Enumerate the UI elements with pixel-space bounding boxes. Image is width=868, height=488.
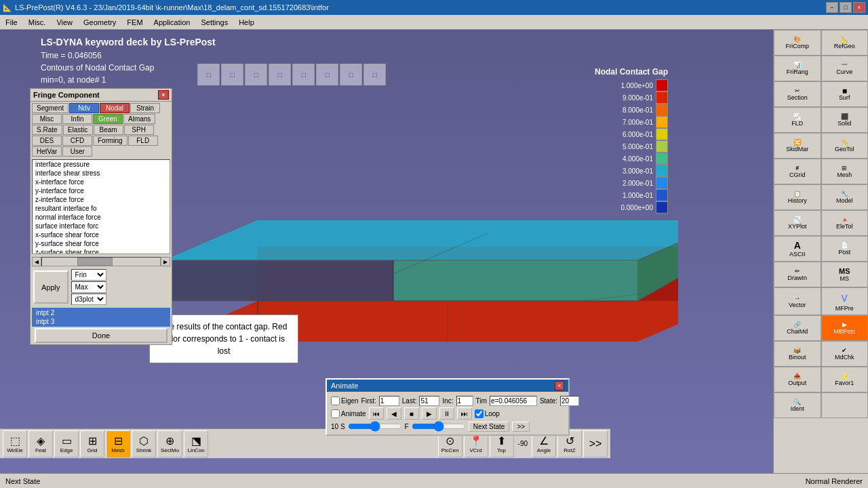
last-input[interactable]	[419, 396, 439, 406]
ident-button[interactable]: 🔍 Ident	[774, 392, 821, 418]
inc-input[interactable]	[456, 396, 473, 406]
cat-segment[interactable]: Segment	[32, 103, 68, 113]
next-state-button[interactable]: Next State	[469, 422, 510, 432]
loop-checkbox[interactable]	[475, 409, 484, 418]
eigen-checkbox-label[interactable]: Eigen	[331, 396, 359, 405]
cat-nodal[interactable]: Nodal	[100, 103, 130, 113]
cat-sph[interactable]: SPH	[124, 125, 154, 135]
anim-rewind[interactable]: ◀	[387, 407, 401, 420]
time-input[interactable]	[490, 396, 537, 406]
state-input[interactable]	[560, 396, 579, 406]
f-slider[interactable]	[412, 421, 466, 432]
ms-button[interactable]: MS MS	[821, 262, 869, 287]
list-item[interactable]: interface pressure	[33, 160, 170, 169]
feat-button[interactable]: ◈ Feat	[28, 430, 53, 458]
list-item[interactable]: normal interface force	[33, 213, 170, 222]
speed-slider[interactable]	[348, 421, 402, 432]
vcube-7[interactable]: ⬚	[340, 64, 362, 85]
list-item[interactable]: x-interface force	[33, 178, 170, 186]
view-cube[interactable]: ⬚ ⬚ ⬚ ⬚ ⬚ ⬚ ⬚ ⬚	[198, 64, 386, 85]
anim-play[interactable]: ▶	[422, 407, 437, 420]
vcube-3[interactable]: ⬚	[245, 64, 267, 85]
drawIn-button[interactable]: ✏ DrawIn	[774, 262, 821, 287]
cat-elastic[interactable]: Elastic	[63, 125, 93, 135]
scroll-track[interactable]	[41, 257, 161, 266]
cat-ndv[interactable]: Ndv	[69, 103, 99, 113]
shrink-button[interactable]: ⬡ Shrink	[132, 430, 156, 458]
list-item[interactable]: z-surface shear force	[33, 248, 170, 254]
eigen-checkbox[interactable]	[331, 396, 340, 405]
vcube-2[interactable]: ⬚	[222, 64, 243, 85]
cat-almans[interactable]: Almans	[123, 114, 155, 124]
scroll-thumb[interactable]	[77, 258, 113, 266]
anim-pause[interactable]: ⏸	[439, 407, 454, 420]
animate-checkbox-label[interactable]: Animate	[331, 409, 366, 418]
vcube-5[interactable]: ⬚	[293, 64, 315, 85]
max-dropdown[interactable]: Max	[71, 281, 106, 293]
cat-hetvar[interactable]: HetVar	[32, 146, 62, 157]
frirng-button[interactable]: 📊 FriRang	[774, 56, 821, 81]
fld-button[interactable]: 📈 FLD	[774, 107, 821, 133]
mesh-button[interactable]: ⊟ Mesh	[106, 430, 130, 458]
cat-user[interactable]: User	[62, 146, 92, 157]
solid-button[interactable]: ⬛ Solid	[821, 107, 869, 133]
post-button[interactable]: 📄 Post	[821, 236, 869, 262]
anim-stop[interactable]: ■	[404, 407, 419, 420]
cat-cfd[interactable]: CFD	[62, 136, 92, 146]
eletol-button[interactable]: 🔺 EleTol	[821, 210, 869, 236]
cgrid-button[interactable]: # CGrid	[774, 159, 821, 184]
wireele-button[interactable]: ⬚ WirEle	[3, 430, 27, 458]
anim-skip-start[interactable]: ⏮	[369, 407, 384, 420]
cat-strain[interactable]: Strain	[130, 103, 160, 113]
menu-fem[interactable]: FEM	[121, 17, 148, 28]
anim-skip-end[interactable]: ⏭	[457, 407, 472, 420]
menu-misc[interactable]: Misc.	[23, 17, 52, 28]
lincon-button[interactable]: ⬔ LinCon	[184, 430, 208, 458]
mesh-rt-button[interactable]: ⊞ Mesh	[821, 159, 869, 184]
mbpost-button[interactable]: ▶ MBPost	[821, 315, 869, 341]
vcube-4[interactable]: ⬚	[269, 64, 291, 85]
mfpre-button[interactable]: v MFPre	[821, 287, 869, 315]
cat-green[interactable]: Green	[93, 114, 123, 124]
first-input[interactable]	[379, 396, 399, 406]
menu-application[interactable]: Application	[149, 17, 196, 28]
menu-view[interactable]: View	[51, 17, 78, 28]
edge-button[interactable]: ▭ Edge	[54, 430, 79, 458]
scroll-right[interactable]: ▶	[161, 257, 170, 266]
list-item[interactable]: y-surface shear force	[33, 239, 170, 248]
vcube-6[interactable]: ⬚	[317, 64, 338, 85]
expand-button[interactable]: >>	[583, 430, 608, 458]
vcube-1[interactable]: ⬚	[198, 64, 220, 85]
scroll-left[interactable]: ◀	[32, 257, 41, 266]
grid-button[interactable]: ⊞ Grid	[80, 430, 104, 458]
list-item[interactable]: resultant interface fo	[33, 204, 170, 213]
output-button[interactable]: 📤 Output	[774, 367, 821, 392]
refgeo-button[interactable]: 📐 RefGeo	[821, 30, 869, 56]
cat-fld[interactable]: FLD	[128, 136, 158, 146]
fricomp-button[interactable]: 🎨 FriComp	[774, 30, 821, 56]
forward-button[interactable]: >>	[512, 422, 530, 432]
history-button[interactable]: 📋 History	[774, 184, 821, 210]
geotol-button[interactable]: 📏 GeoTol	[821, 133, 869, 159]
cat-des[interactable]: DES	[32, 136, 62, 146]
close-button[interactable]: ×	[853, 2, 865, 13]
animate-dialog-close[interactable]: ×	[555, 381, 564, 390]
frin-dropdown[interactable]: Frin	[71, 269, 106, 281]
section-button[interactable]: ✂ Section	[774, 81, 821, 107]
favor1-button[interactable]: ⭐ Favor1	[821, 367, 869, 392]
animate-checkbox[interactable]	[331, 409, 340, 418]
done-button[interactable]: Done	[35, 328, 167, 343]
menu-settings[interactable]: Settings	[195, 17, 233, 28]
loop-checkbox-label[interactable]: Loop	[475, 409, 500, 418]
xyplot-button[interactable]: 📉 XYPlot	[774, 210, 821, 236]
mdchk-button[interactable]: ✔ MdChk	[821, 341, 869, 367]
component-listbox[interactable]: interface pressure interface shear stres…	[32, 159, 170, 254]
model-button[interactable]: 🔧 Model	[821, 184, 869, 210]
vector-button[interactable]: → Vector	[774, 287, 821, 315]
d3plot-dropdown[interactable]: d3plot	[71, 293, 106, 305]
chaimd-button[interactable]: 🔗 ChaiMd	[774, 315, 821, 341]
minimize-button[interactable]: −	[826, 2, 838, 13]
ascii-button[interactable]: A ASCII	[774, 236, 821, 262]
list-item[interactable]: x-surface shear force	[33, 230, 170, 239]
binout-button[interactable]: 📦 Binout	[774, 341, 821, 367]
